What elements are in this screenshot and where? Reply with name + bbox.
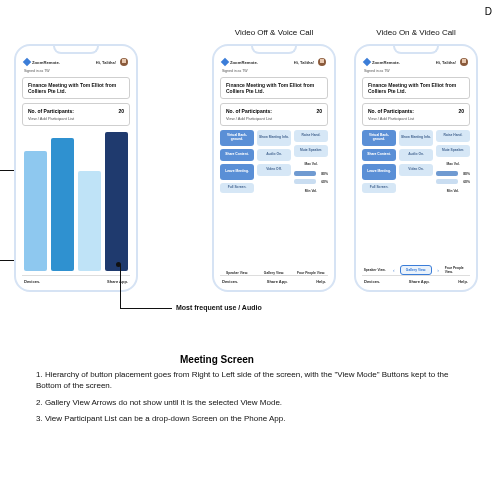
bottom-devices[interactable]: Devices. — [24, 279, 40, 284]
leave-meeting-button[interactable]: Leave Meeting. — [362, 164, 396, 180]
virtual-bg-button[interactable]: Virtual Back-ground. — [362, 130, 396, 146]
callout-line — [0, 170, 14, 171]
four-people-view-button[interactable]: Four People View. — [445, 266, 470, 274]
brand-text: ZoomRemote. — [230, 60, 258, 65]
greeting-text: Hi, Talitha! — [294, 60, 314, 65]
virtual-bg-button[interactable]: Virtual Back-ground. — [220, 130, 254, 146]
participants-label: No. of Participants: — [226, 108, 272, 114]
vol-bar[interactable] — [436, 179, 458, 184]
bar-3 — [78, 171, 101, 271]
phone-mockup-bars: ZoomRemote. Hi, Talitha! Signed in as TW… — [14, 44, 138, 292]
participants-count: 20 — [458, 108, 464, 114]
callout-label: Most frequent use / Audio — [176, 304, 262, 311]
note-3: 3. View Participant List can be a drop-d… — [36, 414, 466, 425]
raise-hand-button[interactable]: Raise Hand. — [436, 130, 470, 142]
vol-bar[interactable] — [436, 171, 458, 176]
meeting-title-card: Finance Meeting with Tom Elliot from Col… — [22, 77, 130, 99]
vol-80: 80% — [321, 172, 328, 176]
phone-mockup-video-on: ZoomRemote. Hi, Talitha! Signed in as TW… — [354, 44, 478, 292]
full-screen-button[interactable]: Full Screen. — [220, 183, 254, 193]
avatar[interactable] — [460, 58, 468, 66]
max-vol-label: Max Vol. — [294, 160, 328, 168]
view-participants-link[interactable]: View / Add Participant List — [368, 116, 464, 121]
speaker-view-button[interactable]: Speaker View. — [362, 268, 387, 272]
note-2: 2. Gallery View Arrows do not show until… — [36, 398, 466, 409]
show-info-button[interactable]: Show Meeting Info. — [257, 130, 291, 146]
participants-card[interactable]: No. of Participants:20 View / Add Partic… — [220, 103, 328, 126]
phone-notch — [251, 46, 297, 54]
raise-hand-button[interactable]: Raise Hand. — [294, 130, 328, 142]
bottom-devices[interactable]: Devices. — [222, 279, 238, 284]
logo-icon — [23, 58, 31, 66]
note-1: 1. Hierarchy of button placement goes fr… — [36, 370, 466, 392]
video-off-button[interactable]: Video Off. — [257, 164, 291, 176]
vol-bar[interactable] — [294, 179, 316, 184]
column-label-video-on: Video On & Video Call — [354, 28, 478, 37]
min-vol-label: Min Vol. — [294, 187, 328, 195]
bottom-share[interactable]: Share App. — [107, 279, 128, 284]
avatar[interactable] — [318, 58, 326, 66]
min-vol-label: Min Vol. — [436, 187, 470, 195]
vol-bar[interactable] — [294, 171, 316, 176]
meeting-title: Finance Meeting with Tom Elliot from Col… — [28, 82, 124, 94]
gallery-view-button-selected[interactable]: Gallery View. — [400, 265, 431, 275]
page-marker: D — [485, 6, 492, 17]
show-info-button[interactable]: Show Meeting Info. — [399, 130, 433, 146]
bar-4 — [105, 132, 128, 271]
participants-count: 20 — [118, 108, 124, 114]
meeting-title: Finance Meeting with Tom Elliot from Col… — [368, 82, 464, 94]
brand-text: ZoomRemote. — [32, 60, 60, 65]
controls-grid: Virtual Back-ground. Share Content. Leav… — [362, 128, 470, 263]
bar-2 — [51, 138, 74, 271]
section-title: Meeting Screen — [180, 354, 254, 365]
bar-hierarchy — [22, 128, 130, 275]
logo-icon — [363, 58, 371, 66]
audio-on-button[interactable]: Audio On. — [399, 149, 433, 161]
video-on-button[interactable]: Video On. — [399, 164, 433, 176]
participants-card[interactable]: No. of Participants:20 View / Add Partic… — [362, 103, 470, 126]
leave-meeting-button[interactable]: Leave Meeting. — [220, 164, 254, 180]
share-content-button[interactable]: Share Content. — [220, 149, 254, 161]
phone-notch — [393, 46, 439, 54]
greeting-text: Hi, Talitha! — [96, 60, 116, 65]
app-logo: ZoomRemote. — [222, 59, 258, 65]
audio-on-button[interactable]: Audio On. — [257, 149, 291, 161]
chevron-left-icon[interactable]: ‹ — [390, 267, 397, 274]
mute-speaker-button[interactable]: Mute Speaker. — [294, 145, 328, 157]
bottom-devices[interactable]: Devices. — [364, 279, 380, 284]
column-label-video-off: Video Off & Voice Call — [212, 28, 336, 37]
app-logo: ZoomRemote. — [24, 59, 60, 65]
logo-icon — [221, 58, 229, 66]
full-screen-button[interactable]: Full Screen. — [362, 183, 396, 193]
share-content-button[interactable]: Share Content. — [362, 149, 396, 161]
vol-60: 60% — [463, 180, 470, 184]
view-participants-link[interactable]: View / Add Participant List — [226, 116, 322, 121]
vol-80: 80% — [463, 172, 470, 176]
controls-grid: Virtual Back-ground. Share Content. Leav… — [220, 128, 328, 269]
participants-label: No. of Participants: — [28, 108, 74, 114]
bottom-share[interactable]: Share App. — [267, 279, 288, 284]
greeting-text: Hi, Talitha! — [436, 60, 456, 65]
bottom-help[interactable]: Help. — [458, 279, 468, 284]
bottom-share[interactable]: Share App. — [409, 279, 430, 284]
participants-card[interactable]: No. of Participants: 20 View / Add Parti… — [22, 103, 130, 126]
phone-notch — [53, 46, 99, 54]
chevron-right-icon[interactable]: › — [435, 267, 442, 274]
app-logo: ZoomRemote. — [364, 59, 400, 65]
meeting-title-card: Finance Meeting with Tom Elliot from Col… — [220, 77, 328, 99]
view-participants-link[interactable]: View / Add Participant List — [28, 116, 124, 121]
bottom-help[interactable]: Help. — [316, 279, 326, 284]
mute-speaker-button[interactable]: Mute Speaker. — [436, 145, 470, 157]
bar-1 — [24, 151, 47, 271]
callout-line — [0, 260, 14, 261]
vol-60: 60% — [321, 180, 328, 184]
participants-count: 20 — [316, 108, 322, 114]
brand-text: ZoomRemote. — [372, 60, 400, 65]
meeting-title-card: Finance Meeting with Tom Elliot from Col… — [362, 77, 470, 99]
avatar[interactable] — [120, 58, 128, 66]
signed-in-text: Signed in as TW — [220, 69, 328, 75]
participants-label: No. of Participants: — [368, 108, 414, 114]
meeting-title: Finance Meeting with Tom Elliot from Col… — [226, 82, 322, 94]
signed-in-text: Signed in as TW — [362, 69, 470, 75]
max-vol-label: Max Vol. — [436, 160, 470, 168]
